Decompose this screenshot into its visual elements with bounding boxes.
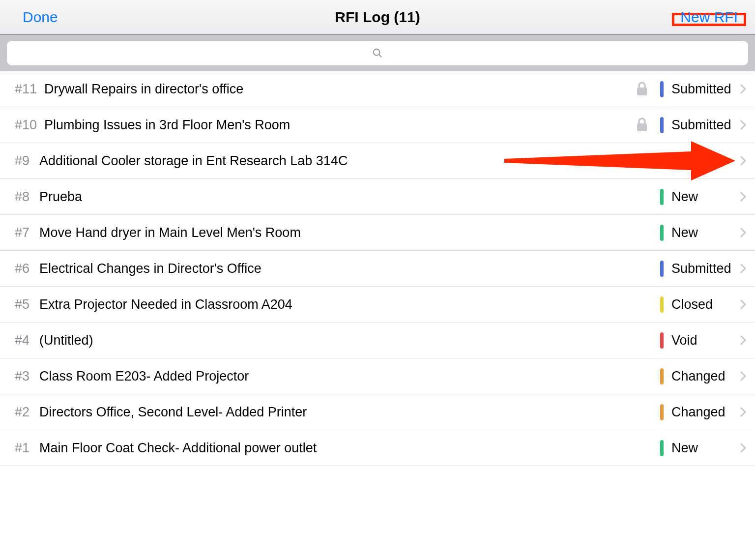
rfi-number: #6 <box>15 261 39 276</box>
highlight-box-new-rfi: New RFI <box>672 13 746 26</box>
rfi-title: Class Room E203- Added Projector <box>39 369 660 384</box>
status-pill <box>660 368 664 384</box>
chevron-right-icon <box>740 228 747 237</box>
rfi-title: Directors Office, Second Level- Added Pr… <box>39 405 660 420</box>
rfi-number: #11 <box>15 82 44 97</box>
rfi-title: Move Hand dryer in Main Level Men's Room <box>39 225 660 240</box>
svg-point-0 <box>374 49 380 56</box>
rfi-title: Additional Cooler storage in Ent Researc… <box>39 153 660 169</box>
rfi-number: #3 <box>15 369 39 384</box>
chevron-right-icon <box>740 335 747 345</box>
chevron-right-icon <box>740 371 747 381</box>
list-item[interactable]: #4(Untitled)Void <box>0 323 755 358</box>
status-text: New <box>671 189 740 205</box>
list-item[interactable]: #1Main Floor Coat Check- Additional powe… <box>0 430 755 466</box>
status-text: Submitted <box>671 118 740 133</box>
chevron-right-icon <box>740 84 747 94</box>
rfi-title: Plumbing Issues in 3rd Floor Men's Room <box>44 118 634 133</box>
rfi-title: Drywall Repairs in director's office <box>44 82 634 97</box>
list-item[interactable]: #6Electrical Changes in Director's Offic… <box>0 251 755 287</box>
svg-rect-3 <box>637 123 647 131</box>
rfi-number: #5 <box>15 297 39 312</box>
rfi-number: #10 <box>15 118 44 133</box>
rfi-number: #9 <box>15 153 39 169</box>
list-item[interactable]: #9Additional Cooler storage in Ent Resea… <box>0 143 755 179</box>
status-pill <box>660 117 664 133</box>
chevron-right-icon <box>740 156 747 166</box>
status-pill <box>660 332 664 349</box>
status-pill <box>660 296 664 313</box>
search-icon <box>372 48 383 59</box>
rfi-title: Extra Projector Needed in Classroom A204 <box>39 297 660 312</box>
status-pill <box>660 404 664 420</box>
chevron-right-icon <box>740 192 747 202</box>
done-button[interactable]: Done <box>18 6 63 29</box>
page-title: RFI Log (11) <box>0 9 755 26</box>
list-item[interactable]: #10Plumbing Issues in 3rd Floor Men's Ro… <box>0 107 755 143</box>
new-rfi-button[interactable]: New RFI <box>675 6 743 29</box>
status-pill <box>660 153 664 169</box>
status-pill <box>660 225 664 241</box>
svg-line-1 <box>379 55 382 58</box>
chevron-right-icon <box>740 407 747 417</box>
lock-icon <box>634 118 650 132</box>
list-item[interactable]: #2Directors Office, Second Level- Added … <box>0 394 755 430</box>
list-item[interactable]: #11Drywall Repairs in director's officeS… <box>0 71 755 107</box>
list-item[interactable]: #3Class Room E203- Added ProjectorChange… <box>0 358 755 394</box>
rfi-number: #4 <box>15 333 39 348</box>
rfi-number: #8 <box>15 189 39 205</box>
rfi-title: Prueba <box>39 189 660 205</box>
status-text: Submitted <box>671 82 740 97</box>
rfi-list: #11Drywall Repairs in director's officeS… <box>0 71 755 466</box>
status-text: Void <box>671 333 740 348</box>
rfi-title: Main Floor Coat Check- Additional power … <box>39 441 660 456</box>
status-text: Closed <box>671 297 740 312</box>
list-item[interactable]: #8PruebaNew <box>0 179 755 215</box>
chevron-right-icon <box>740 299 747 309</box>
status-text: New <box>671 441 740 456</box>
lock-icon <box>634 82 650 96</box>
navbar: Done RFI Log (11) New RFI <box>0 0 755 34</box>
status-pill <box>660 189 664 205</box>
rfi-number: #7 <box>15 225 39 240</box>
rfi-title: Electrical Changes in Director's Office <box>39 261 660 276</box>
status-pill <box>660 440 664 456</box>
status-text: Changed <box>671 405 740 420</box>
status-text: New <box>671 225 740 240</box>
rfi-title: (Untitled) <box>39 333 660 348</box>
chevron-right-icon <box>740 120 747 130</box>
chevron-right-icon <box>740 443 747 453</box>
chevron-right-icon <box>740 264 747 273</box>
list-item[interactable]: #5Extra Projector Needed in Classroom A2… <box>0 287 755 323</box>
status-text: Changed <box>671 369 740 384</box>
status-text: Submitted <box>671 261 740 276</box>
search-bar <box>0 34 755 71</box>
rfi-number: #1 <box>15 441 39 456</box>
svg-rect-2 <box>637 88 647 95</box>
status-pill <box>660 81 664 97</box>
rfi-number: #2 <box>15 405 39 420</box>
search-input[interactable] <box>7 41 748 65</box>
status-pill <box>660 261 664 277</box>
list-item[interactable]: #7Move Hand dryer in Main Level Men's Ro… <box>0 215 755 251</box>
